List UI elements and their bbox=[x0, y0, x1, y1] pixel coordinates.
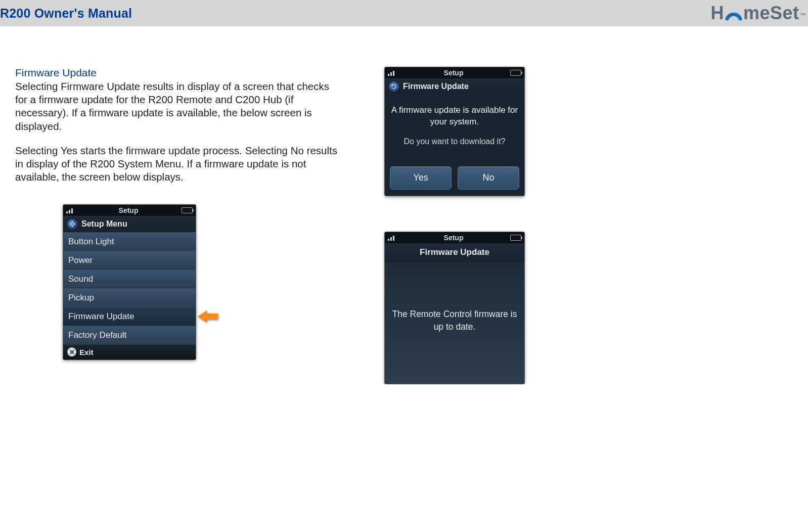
screen-header-label: Setup Menu bbox=[81, 219, 127, 229]
status-bar: Setup bbox=[385, 67, 524, 78]
screen-header-label: Firmware Update bbox=[385, 243, 524, 262]
right-column: Setup Firmware Update A firmware update … bbox=[384, 67, 546, 384]
svg-rect-9 bbox=[388, 74, 389, 76]
phone-screen-up-to-date: Setup Firmware Update The Remote Control… bbox=[384, 232, 525, 384]
svg-rect-0 bbox=[66, 211, 68, 213]
svg-rect-10 bbox=[390, 72, 392, 76]
gear-icon bbox=[67, 219, 77, 229]
menu-item-button-light[interactable]: Button Light bbox=[63, 232, 196, 251]
screen-header: Setup Menu bbox=[63, 216, 196, 232]
svg-rect-15 bbox=[393, 236, 394, 241]
page-content: Firmware Update Selecting Firmware Updat… bbox=[0, 26, 808, 384]
paragraph-1: Selecting Firmware Update results in dis… bbox=[15, 80, 344, 133]
dialog-body: A firmware update is available for your … bbox=[385, 95, 524, 166]
svg-marker-8 bbox=[198, 311, 218, 323]
menu-item-firmware-update[interactable]: Firmware Update bbox=[63, 307, 196, 326]
phone-screen-setup-menu: Setup Setup Menu Button Light Power Soun… bbox=[63, 204, 196, 360]
status-bar: Setup bbox=[385, 232, 524, 243]
menu-item-pickup[interactable]: Pickup bbox=[63, 288, 196, 307]
left-column: Firmware Update Selecting Firmware Updat… bbox=[15, 67, 344, 384]
signal-icon bbox=[388, 70, 397, 76]
signal-icon bbox=[388, 235, 397, 241]
svg-point-3 bbox=[71, 223, 74, 226]
svg-rect-13 bbox=[388, 239, 389, 241]
page-title: R200 Owner's Manual bbox=[0, 6, 132, 21]
softkey-exit[interactable]: Exit bbox=[79, 348, 94, 357]
menu-item-sound[interactable]: Sound bbox=[63, 270, 196, 288]
svg-rect-14 bbox=[390, 237, 392, 241]
yes-button[interactable]: Yes bbox=[390, 166, 452, 190]
svg-rect-11 bbox=[393, 71, 394, 76]
dialog-line-1: A firmware update is available for your … bbox=[389, 105, 520, 128]
softkey-bar: ✕ Exit bbox=[63, 344, 196, 360]
brand-arc-icon bbox=[725, 5, 742, 22]
close-icon[interactable]: ✕ bbox=[67, 347, 76, 357]
battery-icon bbox=[510, 70, 521, 76]
dialog-button-row: Yes No bbox=[385, 166, 524, 196]
pointer-arrow-icon bbox=[198, 309, 218, 324]
status-title: Setup bbox=[400, 69, 507, 77]
status-bar: Setup bbox=[63, 205, 196, 216]
screen-header: Firmware Update bbox=[385, 78, 524, 95]
trademark-symbol: ™ bbox=[800, 12, 806, 18]
menu-item-label: Firmware Update bbox=[68, 312, 134, 321]
brand-text-right: meSet bbox=[743, 3, 799, 24]
status-title: Setup bbox=[78, 206, 178, 214]
up-to-date-message: The Remote Control firmware is up to dat… bbox=[385, 262, 524, 384]
menu-item-power[interactable]: Power bbox=[63, 251, 196, 270]
paragraph-2: Selecting Yes starts the firmware update… bbox=[15, 144, 344, 184]
battery-icon bbox=[182, 207, 193, 213]
screen-header-label: Firmware Update bbox=[403, 82, 469, 91]
svg-rect-1 bbox=[69, 210, 70, 213]
brand-text-left: H bbox=[710, 3, 724, 24]
screenshot-setup-menu: Setup Setup Menu Button Light Power Soun… bbox=[15, 195, 196, 360]
dialog-line-2: Do you want to download it? bbox=[389, 137, 520, 146]
menu-item-factory-default[interactable]: Factory Default bbox=[63, 326, 196, 344]
signal-icon bbox=[66, 207, 75, 213]
menu-list: Button Light Power Sound Pickup Firmware… bbox=[63, 232, 196, 344]
svg-rect-2 bbox=[71, 208, 73, 213]
page-header: R200 Owner's Manual H meSet ™ bbox=[0, 0, 808, 26]
status-title: Setup bbox=[400, 234, 507, 242]
battery-icon bbox=[510, 235, 521, 241]
refresh-icon bbox=[389, 81, 399, 92]
phone-screen-update-available: Setup Firmware Update A firmware update … bbox=[384, 67, 525, 196]
svg-marker-12 bbox=[391, 85, 393, 86]
section-heading: Firmware Update bbox=[15, 67, 344, 79]
brand-logo: H meSet ™ bbox=[710, 3, 805, 24]
no-button[interactable]: No bbox=[458, 166, 519, 190]
